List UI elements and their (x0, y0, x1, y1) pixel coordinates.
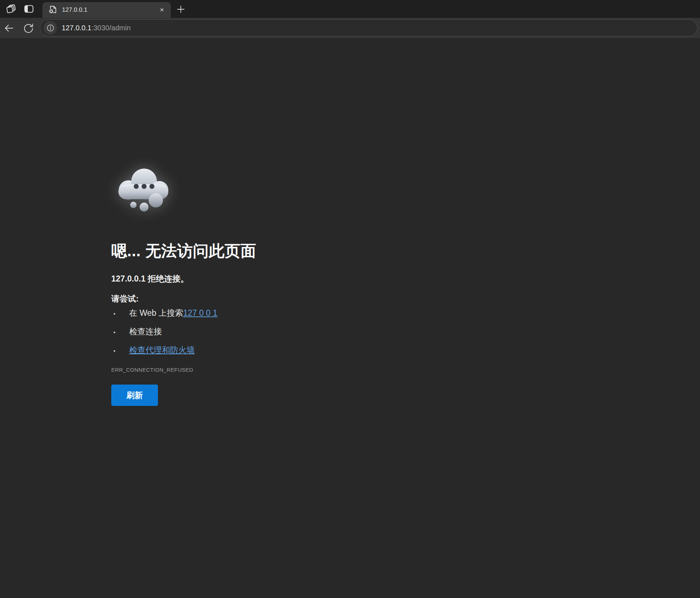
tab-strip: 127.0.0.1 ✕ (0, 0, 700, 18)
url-host: 127.0.0.1 (62, 24, 91, 32)
address-bar[interactable]: 127.0.0.1:3030/admin (40, 19, 698, 36)
cloud-illustration (115, 164, 175, 213)
refresh-page-button[interactable]: 刷新 (111, 385, 158, 406)
try-label: 请尝试: (111, 293, 139, 304)
suggestion-check-connection: • 检查连接 (113, 326, 218, 338)
refresh-icon[interactable] (22, 22, 34, 34)
toolbar: 127.0.0.1:3030/admin (0, 18, 700, 38)
broken-page-icon (48, 5, 58, 16)
suggestion-text: 检查连接 (129, 326, 162, 337)
info-icon (47, 24, 54, 32)
workspaces-icon[interactable] (5, 3, 17, 15)
error-subtitle: 127.0.0.1 拒绝连接。 (111, 273, 189, 284)
suggestion-search-web: • 在 Web 上搜索 127 0 0 1 (113, 308, 218, 319)
url-text[interactable]: 127.0.0.1:3030/admin (62, 24, 131, 32)
vertical-tabs-icon[interactable] (23, 3, 35, 15)
new-tab-button[interactable] (175, 4, 186, 15)
browser-tab[interactable]: 127.0.0.1 ✕ (42, 2, 171, 18)
url-path: :3030/admin (91, 24, 131, 32)
suggestion-text: 在 Web 上搜索 (129, 308, 183, 318)
bullet-dot: • (113, 346, 129, 356)
error-code: ERR_CONNECTION_REFUSED (111, 367, 193, 373)
search-web-link[interactable]: 127 0 0 1 (183, 308, 218, 318)
check-proxy-firewall-link[interactable]: 检查代理和防火墙 (129, 345, 195, 355)
tab-title: 127.0.0.1 (62, 6, 157, 14)
error-heading: 嗯... 无法访问此页面 (111, 241, 256, 262)
tab-close-icon[interactable]: ✕ (157, 5, 167, 15)
error-page: 嗯... 无法访问此页面 127.0.0.1 拒绝连接。 请尝试: • 在 We… (0, 38, 700, 598)
back-icon[interactable] (3, 22, 15, 34)
bullet-dot: • (113, 309, 129, 319)
suggestion-check-proxy: • 检查代理和防火墙 (113, 345, 218, 356)
site-info-button[interactable] (44, 21, 57, 35)
bullet-dot: • (113, 327, 129, 338)
suggestion-list: • 在 Web 上搜索 127 0 0 1 • 检查连接 • 检查代理和防火墙 (113, 308, 218, 363)
